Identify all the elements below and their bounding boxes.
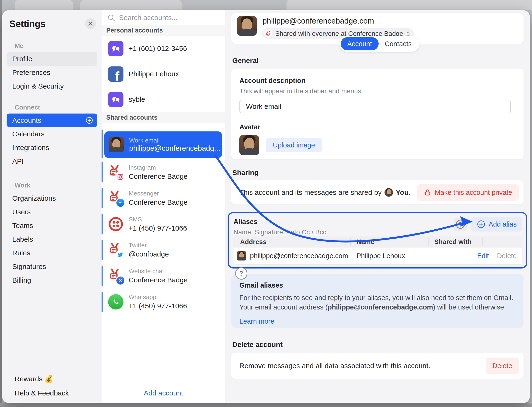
account-title: syble [129,95,145,103]
avatar [239,135,259,155]
lock-icon [424,189,431,196]
settings-title: Settings [9,19,46,29]
aliases-annotation-box: Aliases Name, Signature, Auto Cc / Bcc ?… [228,212,527,268]
missive-chat-icon [108,92,123,107]
background-tab [15,0,73,10]
sharing-card: This account and its messages are shared… [231,180,524,204]
account-row-sms-personal[interactable]: +1 (601) 012-3456 [102,36,225,61]
sidebar-item-preferences[interactable]: Preferences [7,66,97,79]
tab-account[interactable]: Account [341,37,379,50]
account-description-label: Account description [239,77,516,85]
sidebar-item-integrations[interactable]: Integrations [7,141,97,155]
close-button[interactable] [85,18,96,29]
avatar [109,137,124,152]
account-title: +1 (450) 977-1066 [129,302,187,310]
sidebar-item-organizations[interactable]: Organizations [7,191,97,205]
add-alias-button[interactable]: Add alias [471,217,522,232]
account-type-label: Whatsapp [129,293,187,301]
column-header-address: Address [233,236,350,248]
alias-edit-link[interactable]: Edit [477,252,489,260]
backdrop-edge [0,403,532,407]
sidebar-item-billing[interactable]: Billing [7,274,97,287]
whatsapp-icon [108,294,123,310]
account-title: Conference Badge [129,172,188,180]
account-type-label: Website chat [129,267,188,275]
backdrop-edge [0,0,2,407]
account-row-twitter[interactable]: Twitter @confbadge [102,237,225,263]
account-description-hint: This will appear in the sidebar and menu… [239,87,516,95]
detail-tabs: Account Contacts [339,36,420,52]
sidebar-item-signatures[interactable]: Signatures [7,260,97,274]
badge-twitter-icon [108,242,123,258]
account-type-label: Instagram [129,164,188,171]
sharing-you-label: You. [396,188,411,196]
delete-account-card: Remove messages and all data associated … [231,353,524,379]
sidebar-section-work: Work [15,182,102,189]
sidebar-item-accounts[interactable]: Accounts [7,114,97,127]
sidebar-item-help-feedback[interactable]: Help & Feedback [15,389,69,397]
add-account-button[interactable]: Add account [102,383,225,403]
account-row-whatsapp[interactable]: Whatsapp +1 (450) 977-1066 [102,289,225,315]
sidebar-item-profile[interactable]: Profile [7,52,97,66]
settings-sidebar: Settings Me Profile Preferences Login & … [2,10,102,403]
learn-more-link[interactable]: Learn more [239,318,516,325]
alias-address: philippe@conferencebadge.com [250,252,348,260]
search-accounts-input[interactable] [119,14,220,22]
delete-button-label: Delete [492,362,512,370]
facebook-icon: f [108,66,123,82]
sidebar-item-api[interactable]: API [7,155,97,168]
aliases-help-button[interactable]: ? [454,218,467,231]
account-row-messenger[interactable]: Messenger Conference Badge [102,185,225,211]
background-tab [80,0,182,10]
account-row-facebook[interactable]: f Philippe Lehoux [102,61,225,87]
account-type-label: Twitter [129,242,169,249]
question-mark-icon: ? [456,220,465,229]
account-description-input[interactable] [239,100,511,113]
sidebar-item-label: Accounts [12,116,41,124]
sidebar-item-labels[interactable]: Labels [7,233,97,246]
alias-delete-link[interactable]: Delete [497,252,517,260]
sidebar-item-rules[interactable]: Rules [7,246,97,260]
account-title: Philippe Lehoux [129,70,179,78]
sharing-text: This account and its messages are shared… [239,188,382,196]
account-title: @confbadge [129,250,169,258]
shared-accounts-header: Shared accounts [102,112,225,123]
column-header-name: Name [350,236,428,248]
close-icon [88,21,93,27]
avatar-label: Avatar [239,123,516,131]
twilio-icon [108,216,123,232]
aliases-subheading: Name, Signature, Auto Cc / Bcc [233,228,326,236]
column-header-actions [482,236,522,248]
accounts-list-panel: Personal accounts +1 (601) 012-3456 f Ph… [102,10,225,403]
screenshot-root: { "colors": { "accent_blue": "#2264f1", … [0,0,532,407]
badge-messenger-icon [108,191,123,206]
account-row-work-email-selected[interactable]: Work email philippe@conferencebadg... [102,123,225,159]
sharing-heading: Sharing [232,169,259,177]
badge-webchat-icon [108,268,123,284]
account-title: +1 (450) 977-1066 [129,224,187,232]
make-account-private-label: Make this account private [435,189,512,196]
gmail-aliases-heading: Gmail aliases [239,282,516,289]
sidebar-item-users[interactable]: Users [7,205,97,219]
upload-image-button[interactable]: Upload image [266,138,322,152]
settings-modal: Settings Me Profile Preferences Login & … [2,10,530,403]
account-row-sms-shared[interactable]: SMS +1 (450) 977-1066 [102,211,225,237]
account-title: +1 (601) 012-3456 [129,45,187,53]
sidebar-item-teams[interactable]: Teams [7,219,97,233]
account-type-label: SMS [129,216,187,223]
account-row-syble[interactable]: syble [102,87,225,112]
add-account-plus-icon[interactable] [86,117,93,124]
help-circle-icon[interactable]: ? [235,267,247,280]
make-account-private-button[interactable]: Make this account private [417,184,519,201]
sidebar-section-connect: Connect [15,104,102,111]
account-row-instagram[interactable]: Instagram Conference Badge [102,159,225,185]
general-card: Account description This will appear in … [231,69,524,159]
account-title: philippe@conferencebadg... [129,144,220,152]
sidebar-item-rewards[interactable]: Rewards 💰 [15,375,69,383]
tab-contacts[interactable]: Contacts [379,40,418,48]
delete-account-button[interactable]: Delete [486,358,519,374]
sidebar-item-calendars[interactable]: Calendars [7,127,97,141]
sidebar-item-login-security[interactable]: Login & Security [7,79,97,93]
account-row-website-chat[interactable]: Website chat Conference Badge [102,263,225,289]
account-email-title: philippe@conferencebadge.com [262,16,414,25]
